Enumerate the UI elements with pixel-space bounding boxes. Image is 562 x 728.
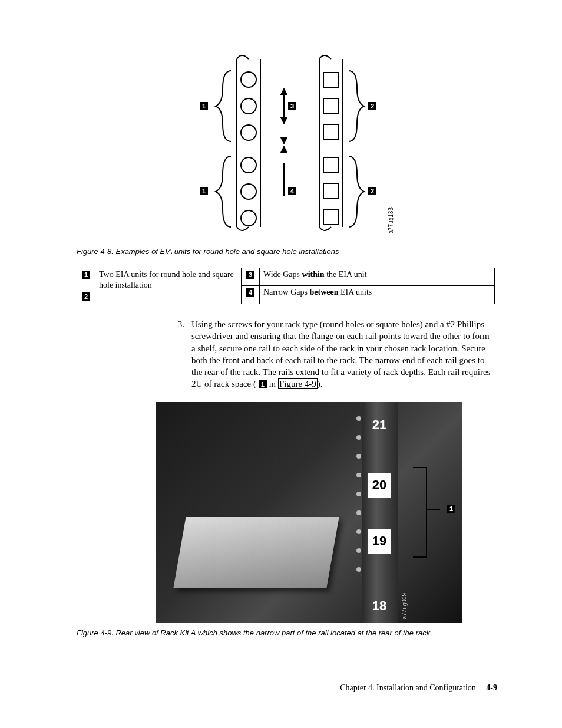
legend-num-4: 4 bbox=[246, 288, 254, 297]
figure-4-9-reference[interactable]: Figure 4-9 bbox=[278, 378, 318, 389]
svg-point-4 bbox=[241, 125, 256, 140]
step-3-callnum: 1 bbox=[259, 380, 267, 388]
svg-rect-12 bbox=[323, 124, 339, 140]
legend-text-left: Two EIA units for round hole and square … bbox=[95, 268, 242, 304]
figure-4-9-photo: 21 20 19 18 1 a77ug009 bbox=[156, 402, 462, 623]
figure-4-9-sidelabel: a77ug009 bbox=[401, 593, 409, 620]
rack-u-label-20: 20 bbox=[368, 473, 391, 498]
legend-text-3: Wide Gaps within the EIA unit bbox=[260, 268, 495, 286]
step-3-text: Using the screws for your rack type (rou… bbox=[191, 318, 491, 390]
svg-point-3 bbox=[241, 98, 256, 114]
svg-point-7 bbox=[241, 210, 256, 226]
svg-marker-18 bbox=[281, 117, 287, 123]
svg-rect-15 bbox=[323, 209, 339, 225]
svg-marker-22 bbox=[281, 147, 287, 153]
svg-rect-14 bbox=[323, 183, 339, 199]
legend-num-3: 3 bbox=[246, 271, 254, 279]
page-footer: Chapter 4. Installation and Configuratio… bbox=[340, 683, 497, 694]
footer-page-number: 4-9 bbox=[486, 683, 497, 692]
callout-4: 4 bbox=[288, 187, 296, 195]
callout-1a: 1 bbox=[200, 102, 208, 110]
callout-2a: 2 bbox=[368, 102, 376, 110]
legend-text-4: Narrow Gaps between EIA units bbox=[260, 286, 495, 304]
legend-num-1: 1 bbox=[82, 271, 90, 279]
rack-u-label-18: 18 bbox=[368, 594, 391, 618]
svg-rect-11 bbox=[323, 98, 339, 114]
callout-3: 3 bbox=[288, 102, 296, 110]
legend-num-2: 2 bbox=[82, 292, 90, 301]
svg-point-6 bbox=[241, 184, 256, 199]
svg-marker-17 bbox=[281, 89, 287, 95]
figure-4-8-caption: Figure 4-8. Examples of EIA units for ro… bbox=[77, 246, 497, 257]
legend-table: 1 2 Two EIA units for round hole and squ… bbox=[77, 268, 495, 305]
rack-u-label-19: 19 bbox=[368, 529, 391, 554]
step-3: 3. Using the screws for your rack type (… bbox=[174, 318, 491, 390]
svg-point-2 bbox=[241, 72, 256, 87]
svg-rect-10 bbox=[323, 73, 339, 88]
figure-4-9-callout-1: 1 bbox=[447, 505, 455, 513]
figure-4-9-caption: Figure 4-9. Rear view of Rack Kit A whic… bbox=[77, 628, 497, 638]
callout-1b: 1 bbox=[200, 187, 208, 195]
svg-rect-13 bbox=[323, 157, 339, 173]
callout-2b: 2 bbox=[368, 187, 376, 195]
footer-chapter: Chapter 4. Installation and Configuratio… bbox=[340, 683, 476, 692]
svg-point-5 bbox=[241, 157, 256, 173]
step-3-number: 3. bbox=[174, 318, 184, 390]
figure-4-8-illustration: 1 1 2 2 3 4 a77ug133 bbox=[151, 50, 422, 236]
figure-4-8-sidelabel: a77ug133 bbox=[388, 207, 394, 234]
rack-u-label-21: 21 bbox=[368, 413, 391, 437]
